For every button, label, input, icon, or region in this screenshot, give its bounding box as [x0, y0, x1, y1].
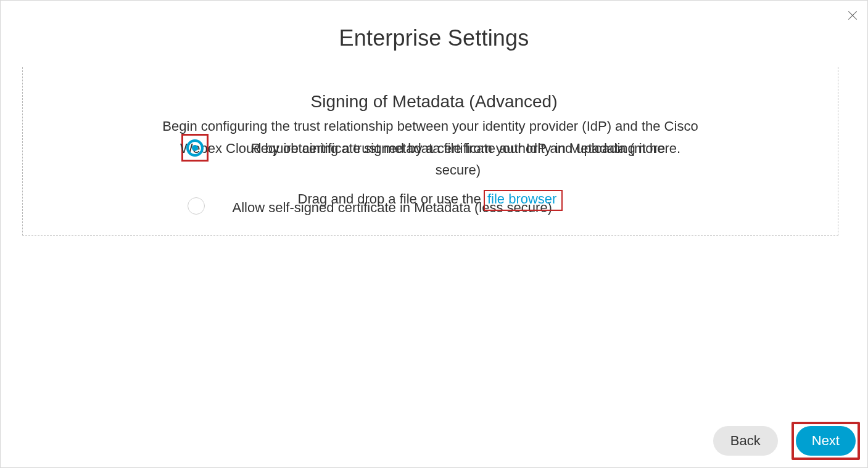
back-button[interactable]: Back	[713, 426, 778, 456]
close-icon[interactable]	[846, 9, 859, 22]
highlight-next-button: Next	[792, 422, 860, 460]
footer-buttons: Back Next	[713, 422, 860, 460]
dialog-container: Enterprise Settings Begin configuring th…	[0, 0, 868, 468]
dropzone-action-prefix: Drag and drop a file or use the	[298, 191, 485, 207]
page-title: Enterprise Settings	[1, 25, 867, 51]
dropzone-action-text: Drag and drop a file or use the file bro…	[48, 190, 813, 211]
next-button[interactable]: Next	[796, 426, 856, 456]
metadata-dropzone[interactable]: Begin configuring the trust relationship…	[22, 67, 838, 236]
highlight-file-browser: file browser	[484, 190, 563, 211]
file-browser-link[interactable]: file browser	[487, 191, 556, 207]
dropzone-intro-text: Begin configuring the trust relationship…	[153, 115, 708, 160]
radio-button-icon[interactable]	[186, 139, 204, 157]
